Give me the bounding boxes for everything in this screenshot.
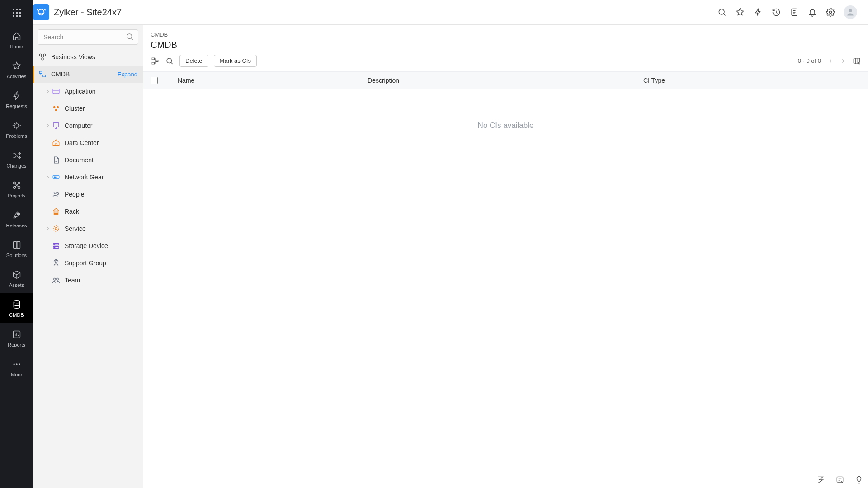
nav-assets[interactable]: Assets <box>0 263 33 293</box>
history-icon[interactable] <box>771 7 781 17</box>
svg-rect-2 <box>19 9 21 10</box>
tree-item-rack[interactable]: Rack <box>33 203 143 220</box>
tree-item-application[interactable]: Application <box>33 83 143 100</box>
svg-point-14 <box>17 213 19 215</box>
svg-point-32 <box>53 106 56 108</box>
ci-type-icon <box>52 87 60 95</box>
nav-changes[interactable]: Changes <box>0 144 33 174</box>
nav-cmdb-label: CMDB <box>9 312 24 318</box>
help-bulb-icon[interactable] <box>849 471 868 488</box>
svg-rect-8 <box>19 15 21 17</box>
chevron-right-icon[interactable] <box>45 226 51 231</box>
breadcrumb: CMDB <box>143 25 868 40</box>
tree-item-document[interactable]: Document <box>33 151 143 169</box>
tree-item-storage-device[interactable]: Storage Device <box>33 237 143 254</box>
delete-button[interactable]: Delete <box>179 55 208 67</box>
tree-expand-link[interactable]: Expand <box>118 71 137 78</box>
avatar[interactable] <box>844 5 857 19</box>
select-all-checkbox[interactable] <box>151 77 158 84</box>
svg-point-33 <box>57 106 59 108</box>
nav-solutions[interactable]: Solutions <box>0 234 33 263</box>
feedback-icon[interactable] <box>830 471 849 488</box>
nav-requests[interactable]: Requests <box>0 84 33 114</box>
svg-point-26 <box>39 54 42 56</box>
main: CMDB CMDB Delete Mark as CIs 0 - 0 of 0 … <box>143 25 868 488</box>
tree-item-people[interactable]: People <box>33 186 143 203</box>
nav-reports[interactable]: Reports <box>0 323 33 353</box>
col-name[interactable]: Name <box>178 77 368 84</box>
apps-grid-icon[interactable] <box>0 0 33 25</box>
chevron-right-icon[interactable] <box>45 174 51 180</box>
nav-projects[interactable]: Projects <box>0 174 33 204</box>
dots-icon <box>12 359 22 369</box>
compass-icon[interactable] <box>735 7 745 17</box>
chevron-right-icon[interactable] <box>45 89 51 94</box>
nav-cmdb[interactable]: CMDB <box>0 293 33 323</box>
star-icon <box>12 61 22 71</box>
svg-point-54 <box>167 58 172 63</box>
barchart-icon <box>12 329 22 339</box>
nav-problems-label: Problems <box>6 133 27 139</box>
nav-releases-label: Releases <box>6 223 27 228</box>
svg-rect-53 <box>156 60 158 61</box>
tree-item-label: Service <box>65 225 86 232</box>
business-views-icon <box>38 53 47 61</box>
ci-type-icon <box>52 122 60 130</box>
tree-item-data-center[interactable]: Data Center <box>33 134 143 151</box>
tree-item-cluster[interactable]: Cluster <box>33 100 143 117</box>
global-search-icon[interactable] <box>717 7 727 17</box>
svg-point-43 <box>53 226 59 231</box>
tree-item-computer[interactable]: Computer <box>33 117 143 134</box>
svg-rect-7 <box>16 15 18 17</box>
svg-point-40 <box>57 193 59 195</box>
nav-releases[interactable]: Releases <box>0 204 33 234</box>
svg-point-21 <box>719 9 724 14</box>
mark-as-cis-button[interactable]: Mark as CIs <box>214 55 257 67</box>
svg-point-42 <box>55 228 57 230</box>
svg-rect-52 <box>152 62 154 64</box>
tree-cmdb[interactable]: CMDB Expand <box>33 66 143 83</box>
nav-requests-label: Requests <box>6 103 27 109</box>
quick-bolt-icon[interactable] <box>753 7 763 17</box>
ci-type-icon <box>52 173 60 181</box>
svg-rect-41 <box>54 211 58 215</box>
col-ci-type[interactable]: CI Type <box>643 77 861 84</box>
table-search-icon[interactable] <box>165 56 174 66</box>
nav-problems[interactable]: Problems <box>0 114 33 144</box>
relationship-view-icon[interactable] <box>151 56 160 66</box>
gear-icon[interactable] <box>826 7 835 17</box>
clipboard-icon[interactable] <box>789 7 799 17</box>
nav-activities[interactable]: Activities <box>0 55 33 84</box>
nav-more[interactable]: More <box>0 353 33 383</box>
pager-prev-icon[interactable] <box>827 58 834 64</box>
pager-next-icon[interactable] <box>840 58 846 64</box>
svg-point-15 <box>14 301 19 303</box>
cube-icon <box>12 270 22 280</box>
tree-business-views[interactable]: Business Views <box>33 48 143 66</box>
tree-search-input[interactable] <box>38 29 138 45</box>
svg-rect-57 <box>837 477 843 482</box>
tree-search <box>38 29 138 45</box>
column-picker-icon[interactable] <box>853 57 861 65</box>
tree-item-network-gear[interactable]: Network Gear <box>33 169 143 186</box>
search-icon[interactable] <box>126 33 134 41</box>
svg-point-27 <box>43 54 46 56</box>
nav-home[interactable]: Home <box>0 25 33 55</box>
svg-point-17 <box>13 363 14 365</box>
tree-item-label: Computer <box>65 122 92 129</box>
tree-item-service[interactable]: Service <box>33 220 143 237</box>
zia-icon[interactable] <box>811 471 830 488</box>
col-description[interactable]: Description <box>368 77 643 84</box>
tree-item-support-group[interactable]: Support Group <box>33 254 143 272</box>
ci-type-icon <box>52 225 60 233</box>
nav-home-label: Home <box>10 44 23 49</box>
nav-rail: Home Activities Requests Problems Change… <box>0 0 33 488</box>
bug-icon <box>12 121 22 131</box>
bell-icon[interactable] <box>807 7 817 17</box>
svg-point-9 <box>14 124 18 127</box>
chevron-right-icon[interactable] <box>45 123 51 128</box>
tree-item-team[interactable]: Team <box>33 272 143 289</box>
tree-item-label: Document <box>65 156 94 164</box>
drone-icon <box>12 180 22 190</box>
tree-item-label: Team <box>65 277 80 284</box>
